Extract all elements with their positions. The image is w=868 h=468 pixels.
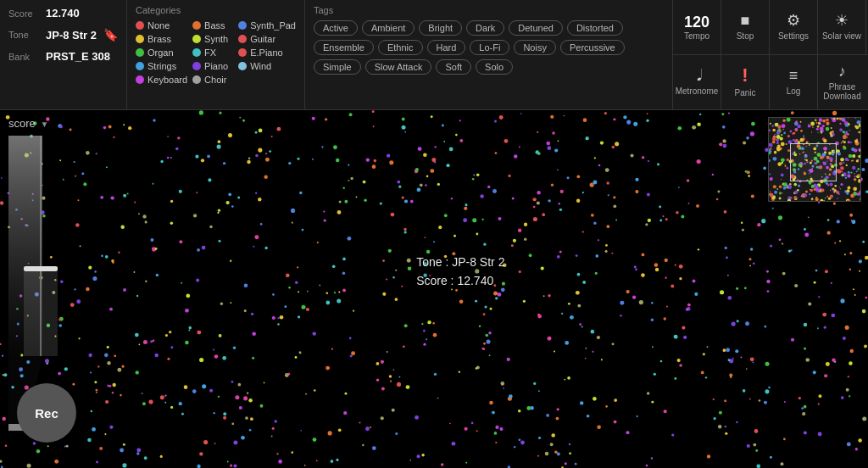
phrase-download-button[interactable]: ♪ Phrase Download — [818, 55, 866, 110]
minimap-inner — [769, 118, 860, 201]
rec-button[interactable]: Rec — [17, 383, 76, 443]
category-item[interactable]: Synth — [192, 34, 233, 44]
right-bottom: 𝅘𝅥 Metronome ! Panic ≡ Log ♪ Phrase Down… — [673, 55, 868, 110]
tag-button[interactable]: Slow Attack — [365, 59, 432, 75]
score-label: Score — [8, 8, 41, 19]
settings-button[interactable]: ⚙ Settings — [770, 0, 818, 54]
settings-icon: ⚙ — [787, 13, 800, 28]
tag-button[interactable]: Simple — [314, 59, 361, 75]
score-value: 12.740 — [46, 7, 80, 20]
categories-title: Categories — [136, 5, 296, 15]
right-top: 120 Tempo ■ Stop ⚙ Settings ☀ Solar view — [673, 0, 868, 55]
tag-button[interactable]: Dark — [466, 20, 504, 36]
bookmark-icon[interactable]: 🔖 — [103, 28, 118, 42]
tag-button[interactable]: Percussive — [560, 40, 625, 55]
panic-button[interactable]: ! Panic — [721, 55, 770, 110]
tag-row: SimpleSlow AttackSoftSolo — [314, 59, 664, 75]
solar-icon: ☀ — [835, 13, 849, 28]
tag-button[interactable]: Detuned — [509, 20, 563, 36]
categories-panel: Categories NoneBassSynth_PadBrassSynthGu… — [127, 0, 305, 109]
tags-panel: Tags ActiveAmbientBrightDarkDetunedDisto… — [305, 0, 673, 109]
solar-view-button[interactable]: ☀ Solar view — [818, 0, 866, 54]
category-item[interactable]: Guitar — [238, 34, 296, 44]
tags-rows: ActiveAmbientBrightDarkDetunedDistortedE… — [314, 20, 664, 75]
category-item[interactable]: Strings — [136, 61, 187, 71]
log-label: Log — [787, 86, 801, 96]
score-chevron-icon: ▼ — [40, 120, 48, 129]
category-item[interactable]: E.Piano — [238, 47, 296, 58]
phrase-icon: ♪ — [838, 64, 846, 79]
log-button[interactable]: ≡ Log — [770, 55, 818, 110]
stop-icon: ■ — [741, 13, 750, 28]
category-item[interactable]: Brass — [136, 34, 187, 44]
category-item[interactable]: Choir — [192, 75, 233, 85]
tag-button[interactable]: Lo-Fi — [470, 40, 509, 55]
bank-value: PRST_E 308 — [46, 50, 110, 63]
categories-grid: NoneBassSynth_PadBrassSynthGuitarOrganFX… — [136, 20, 296, 85]
category-item[interactable]: Piano — [192, 61, 233, 71]
main-canvas[interactable]: score ▼ Tone : JP-8 Str 2 Score : 12.740… — [0, 110, 868, 468]
tag-button[interactable]: Soft — [436, 59, 471, 75]
tag-button[interactable]: Solo — [476, 59, 513, 75]
score-canvas-label: score ▼ — [8, 117, 48, 130]
category-item[interactable]: Keyboard — [136, 75, 187, 85]
slider-thumb[interactable] — [24, 266, 58, 271]
minimap-viewport — [790, 143, 837, 181]
left-panel: Score 12.740 Tone JP-8 Str 2 🔖 Bank PRST… — [0, 0, 127, 109]
tone-row: Tone JP-8 Str 2 🔖 — [8, 28, 118, 42]
tag-button[interactable]: Ambient — [362, 20, 415, 36]
stop-label: Stop — [737, 31, 754, 41]
tag-button[interactable]: Bright — [419, 20, 462, 36]
tags-title: Tags — [314, 5, 664, 15]
category-item[interactable]: Organ — [136, 47, 187, 58]
tag-button[interactable]: Hard — [427, 40, 466, 55]
visualization-canvas — [0, 110, 868, 468]
slider-track — [40, 136, 42, 356]
slider-indicator — [24, 271, 58, 356]
tempo-value: 120 — [684, 14, 709, 31]
tempo-button[interactable]: 120 Tempo — [673, 0, 721, 54]
tag-button[interactable]: Ensemble — [314, 40, 374, 55]
category-item[interactable]: Wind — [238, 61, 296, 71]
category-item[interactable]: FX — [192, 47, 233, 58]
log-icon: ≡ — [789, 68, 798, 83]
panic-icon: ! — [742, 66, 748, 85]
bank-row: Bank PRST_E 308 — [8, 50, 118, 63]
minimap[interactable] — [768, 117, 861, 202]
tag-row: EnsembleEthnicHardLo-FiNoisyPercussive — [314, 40, 664, 55]
tone-value: JP-8 Str 2 — [46, 29, 97, 42]
score-row: Score 12.740 — [8, 7, 118, 20]
solar-label: Solar view — [822, 31, 861, 41]
tempo-label: Tempo — [684, 31, 709, 41]
panic-label: Panic — [734, 88, 755, 98]
metronome-label: Metronome — [676, 86, 719, 96]
category-item[interactable]: Bass — [192, 20, 233, 31]
tag-button[interactable]: Distorted — [567, 20, 623, 36]
phrase-label: Phrase Download — [823, 82, 860, 101]
right-panel: 120 Tempo ■ Stop ⚙ Settings ☀ Solar view… — [673, 0, 868, 109]
top-bar: Score 12.740 Tone JP-8 Str 2 🔖 Bank PRST… — [0, 0, 868, 110]
tag-button[interactable]: Noisy — [514, 40, 556, 55]
bank-label: Bank — [8, 52, 41, 62]
metronome-button[interactable]: 𝅘𝅥 Metronome — [673, 55, 721, 110]
category-item[interactable]: Synth_Pad — [238, 20, 296, 31]
category-item[interactable]: None — [136, 20, 187, 31]
stop-button[interactable]: ■ Stop — [721, 0, 770, 54]
tag-button[interactable]: Ethnic — [378, 40, 423, 55]
tag-row: ActiveAmbientBrightDarkDetunedDistorted — [314, 20, 664, 36]
settings-label: Settings — [778, 31, 809, 41]
score-slider[interactable] — [24, 136, 58, 373]
tag-button[interactable]: Active — [314, 20, 358, 36]
tone-label: Tone — [8, 30, 41, 40]
